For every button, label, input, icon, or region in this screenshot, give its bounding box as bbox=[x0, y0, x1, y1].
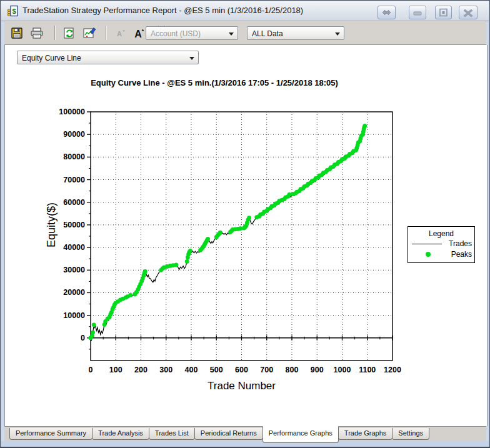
chevron-down-icon bbox=[229, 32, 234, 36]
y-tick-label: 100000 bbox=[59, 107, 85, 116]
tab-trade-analysis[interactable]: Trade Analysis bbox=[92, 428, 149, 440]
y-tick-label: 70000 bbox=[63, 176, 85, 184]
y-tick-label: 10000 bbox=[63, 311, 85, 320]
peaks-dot-swatch bbox=[426, 252, 431, 257]
toolbar-separator bbox=[54, 26, 56, 40]
x-tick-label: 300 bbox=[159, 366, 172, 374]
x-tick-label: 1000 bbox=[334, 366, 351, 374]
toolbar-separator bbox=[106, 26, 107, 40]
tab-performance-graphs[interactable]: Performance Graphs bbox=[262, 426, 339, 443]
report-type-dropdown-value: Equity Curve Line bbox=[22, 54, 81, 62]
plot-border bbox=[91, 112, 392, 361]
y-tick-label: 40000 bbox=[63, 243, 85, 252]
data-range-dropdown[interactable]: ALL Data bbox=[247, 26, 344, 40]
peak-dot bbox=[362, 124, 367, 128]
x-tick-label: 200 bbox=[134, 366, 148, 374]
tab-trade-graphs[interactable]: Trade Graphs bbox=[338, 428, 392, 440]
peak-dot bbox=[218, 231, 222, 235]
x-tick-label: 0 bbox=[89, 366, 93, 374]
peak-dot bbox=[91, 331, 95, 335]
close-button[interactable] bbox=[459, 6, 478, 19]
x-tick-label: 600 bbox=[235, 366, 248, 374]
peak-dot bbox=[185, 259, 189, 264]
peak-dot bbox=[174, 263, 179, 267]
account-dropdown[interactable]: Account (USD) bbox=[146, 26, 238, 40]
trades-line-swatch bbox=[412, 244, 442, 244]
peak-dot bbox=[128, 293, 132, 297]
minimize-button[interactable] bbox=[409, 6, 426, 19]
x-tick-label: 500 bbox=[210, 366, 223, 374]
tab-performance-summary[interactable]: Performance Summary bbox=[9, 428, 92, 440]
report-content: Equity Curve Line Equity Curve Line - @E… bbox=[4, 45, 488, 426]
x-tick-label: 800 bbox=[286, 366, 299, 374]
y-tick-label: 80000 bbox=[63, 152, 85, 161]
x-tick-label: 1200 bbox=[384, 366, 401, 374]
y-tick-label: 0 bbox=[81, 334, 85, 342]
legend-label: Peaks bbox=[451, 250, 472, 259]
x-axis-title: Trade Number bbox=[208, 380, 276, 392]
y-tick-label: 20000 bbox=[63, 288, 85, 297]
restore-icon bbox=[436, 6, 451, 19]
equity-curve-line bbox=[91, 126, 365, 341]
peak-dot bbox=[247, 216, 251, 220]
svg-text:$: $ bbox=[12, 7, 16, 15]
window-title: TradeStation Strategy Performance Report… bbox=[22, 6, 303, 15]
y-tick-label: 50000 bbox=[63, 221, 85, 229]
y-axis-title: Equity($) bbox=[45, 202, 58, 247]
report-type-dropdown[interactable]: Equity Curve Line bbox=[17, 51, 199, 64]
svg-text:A: A bbox=[117, 30, 122, 37]
account-dropdown-value: Account (USD) bbox=[151, 29, 201, 38]
minimize-icon bbox=[409, 6, 426, 19]
chevron-down-icon bbox=[335, 32, 340, 36]
peak-dot bbox=[188, 249, 192, 253]
tab-trades-list[interactable]: Trades List bbox=[149, 428, 195, 440]
y-tick-label: 90000 bbox=[63, 130, 85, 139]
peak-dot bbox=[143, 269, 148, 274]
chart-title: Equity Curve Line - @ES 5 min.(1/3/2016 … bbox=[39, 78, 389, 87]
restore-button[interactable] bbox=[435, 6, 452, 19]
refresh-icon[interactable] bbox=[62, 27, 77, 39]
tab-settings[interactable]: Settings bbox=[392, 428, 429, 440]
export-chart-icon[interactable] bbox=[82, 27, 97, 39]
title-bar[interactable]: $ TradeStation Strategy Performance Repo… bbox=[1, 1, 489, 21]
save-icon[interactable] bbox=[9, 27, 24, 39]
legend-entry-trades: Trades bbox=[408, 238, 474, 249]
dock-toggle-button[interactable] bbox=[378, 6, 396, 19]
toolbar: A A Account (USD) ALL Data bbox=[4, 21, 486, 45]
dock-arrows-icon bbox=[378, 6, 395, 19]
legend-entry-peaks: Peaks bbox=[408, 249, 474, 259]
increase-font-icon[interactable]: A bbox=[132, 27, 147, 39]
tradestation-report-window: $ TradeStation Strategy Performance Repo… bbox=[0, 0, 490, 448]
peak-dot bbox=[92, 322, 96, 327]
report-tab-strip: Performance SummaryTrade AnalysisTrades … bbox=[4, 426, 486, 441]
window-frame-bottom bbox=[1, 441, 490, 448]
x-tick-label: 400 bbox=[185, 366, 198, 374]
app-icon: $ bbox=[7, 5, 19, 17]
chart-legend: Legend Trades Peaks bbox=[408, 226, 475, 263]
y-tick-label: 60000 bbox=[63, 198, 85, 207]
x-tick-label: 100 bbox=[109, 366, 122, 374]
data-range-dropdown-value: ALL Data bbox=[252, 29, 283, 38]
y-tick-label: 30000 bbox=[63, 266, 85, 274]
peak-dot bbox=[238, 226, 242, 231]
x-tick-label: 1100 bbox=[359, 366, 376, 374]
chevron-down-icon bbox=[189, 57, 194, 60]
peak-dot bbox=[288, 192, 292, 197]
tab-periodical-returns[interactable]: Periodical Returns bbox=[194, 428, 263, 440]
print-icon[interactable] bbox=[29, 27, 44, 39]
x-tick-label: 900 bbox=[311, 366, 324, 374]
decrease-font-icon[interactable]: A bbox=[113, 27, 128, 39]
legend-title: Legend bbox=[408, 229, 474, 238]
legend-label: Trades bbox=[449, 239, 472, 248]
x-tick-label: 700 bbox=[260, 366, 273, 374]
peak-dot bbox=[206, 237, 210, 241]
close-icon bbox=[459, 6, 477, 19]
svg-text:A: A bbox=[134, 29, 142, 39]
